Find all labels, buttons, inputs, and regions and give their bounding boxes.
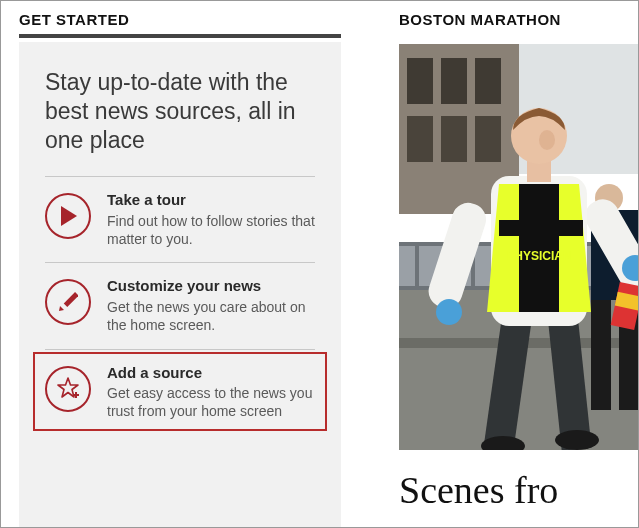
customize-news-button[interactable]: Customize your news Get the news you car…	[45, 263, 315, 348]
divider	[19, 34, 341, 38]
get-started-card: Stay up-to-date with the best news sourc…	[19, 42, 341, 527]
svg-point-34	[555, 430, 599, 450]
svg-point-37	[436, 299, 462, 325]
divider	[45, 349, 315, 350]
svg-marker-0	[61, 206, 77, 226]
svg-marker-2	[59, 306, 64, 311]
action-title: Add a source	[107, 364, 315, 383]
section-title: BOSTON MARATHON	[399, 11, 638, 44]
svg-rect-1	[64, 292, 78, 307]
add-source-button[interactable]: Add a source Get easy access to the news…	[45, 364, 315, 421]
svg-rect-8	[407, 58, 433, 104]
action-desc: Find out how to follow stories that matt…	[107, 212, 315, 248]
svg-rect-29	[591, 300, 611, 410]
svg-rect-11	[407, 116, 433, 162]
pencil-icon	[45, 279, 91, 325]
svg-point-43	[511, 108, 567, 164]
action-desc: Get the news you care about on the home …	[107, 298, 315, 334]
action-title: Take a tour	[107, 191, 315, 210]
add-source-highlight: Add a source Get easy access to the news…	[33, 352, 327, 431]
svg-rect-13	[475, 116, 501, 162]
action-text: Customize your news Get the news you car…	[107, 277, 315, 334]
svg-point-44	[539, 130, 555, 150]
hero-image: PHYSICIAN	[399, 44, 638, 450]
svg-rect-12	[441, 116, 467, 162]
section-title: GET STARTED	[19, 11, 341, 34]
svg-rect-40	[499, 220, 583, 236]
star-plus-icon	[45, 366, 91, 412]
action-desc: Get easy access to the news you trust fr…	[107, 384, 315, 420]
story-headline: Scenes fro	[399, 468, 638, 512]
intro-text: Stay up-to-date with the best news sourc…	[45, 68, 315, 154]
action-text: Add a source Get easy access to the news…	[107, 364, 315, 421]
svg-rect-10	[475, 58, 501, 104]
get-started-panel: GET STARTED Stay up-to-date with the bes…	[1, 11, 359, 527]
story-panel: BOSTON MARATHON	[359, 11, 638, 527]
play-icon	[45, 193, 91, 239]
action-title: Customize your news	[107, 277, 315, 296]
take-tour-button[interactable]: Take a tour Find out how to follow stori…	[45, 177, 315, 262]
action-text: Take a tour Find out how to follow stori…	[107, 191, 315, 248]
svg-text:PHYSICIAN: PHYSICIAN	[506, 249, 571, 263]
svg-rect-9	[441, 58, 467, 104]
